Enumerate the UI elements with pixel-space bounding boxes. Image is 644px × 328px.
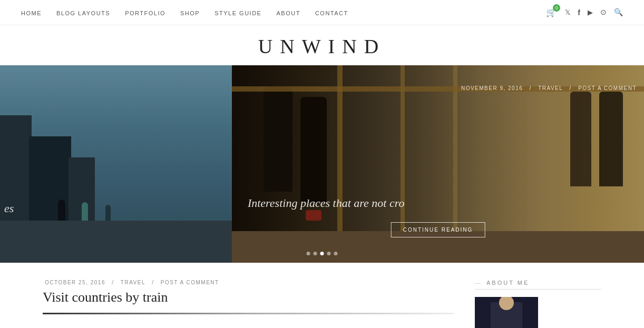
hero-slider: es NOVEMBER 9, 2016 / TRAV — [0, 65, 644, 263]
post-title: Visit countries by train — [43, 290, 454, 305]
slider-dot-3[interactable] — [320, 252, 324, 255]
post-sep1: / — [112, 280, 114, 285]
nav-home[interactable]: HOME — [21, 10, 42, 16]
post-sep2: / — [152, 280, 154, 285]
nav-right: 🛒 0 𝕏 f ▶ ⊙ 🔍 — [546, 7, 623, 17]
social-icons: 𝕏 f ▶ ⊙ 🔍 — [565, 8, 623, 17]
slider-dot-1[interactable] — [307, 252, 310, 255]
slide-2-category: TRAVEL — [538, 85, 563, 91]
twitter-icon[interactable]: 𝕏 — [565, 8, 570, 16]
slide-2: NOVEMBER 9, 2016 / TRAVEL / POST A COMME… — [232, 65, 644, 263]
slider-dots — [307, 252, 338, 255]
nav-blog-layouts[interactable]: BLOG LAYOUTS — [56, 10, 110, 16]
continue-reading-button[interactable]: CONTINUE READING — [391, 222, 485, 237]
sidebar-avatar — [475, 297, 538, 328]
post-comment-link[interactable]: POST A COMMENT — [161, 280, 219, 285]
nav-links: HOME BLOG LAYOUTS PORTFOLIO SHOP STYLE G… — [21, 8, 348, 17]
slide-1-bg — [0, 65, 232, 263]
slide-1-title-partial: es — [4, 202, 14, 215]
nav-portfolio[interactable]: PORTFOLIO — [125, 10, 165, 16]
slide-2-title: Interesting places that are not cro — [248, 196, 644, 210]
nav-style-guide[interactable]: STYLE GUIDE — [214, 10, 261, 16]
slide-2-date: NOVEMBER 9, 2016 — [461, 85, 523, 91]
main-nav: HOME BLOG LAYOUTS PORTFOLIO SHOP STYLE G… — [0, 0, 644, 25]
main-content: OCTOBER 25, 2016 / TRAVEL / POST A COMME… — [43, 280, 454, 328]
post-title-link[interactable]: Visit countries by train — [43, 290, 168, 305]
post-meta: OCTOBER 25, 2016 / TRAVEL / POST A COMME… — [43, 280, 454, 285]
cart-badge: 0 — [553, 4, 560, 12]
below-slider: OCTOBER 25, 2016 / TRAVEL / POST A COMME… — [32, 263, 612, 328]
slide-2-comment: POST A COMMENT — [578, 85, 637, 91]
slide-2-meta: NOVEMBER 9, 2016 / TRAVEL / POST A COMME… — [459, 85, 639, 91]
slide-1: es — [0, 65, 232, 263]
nav-about[interactable]: ABOUT — [276, 10, 300, 16]
cart-button[interactable]: 🛒 0 — [546, 7, 557, 17]
slider-dot-2[interactable] — [314, 252, 317, 255]
post-category[interactable]: TRAVEL — [121, 280, 145, 285]
nav-contact[interactable]: CONTACT — [315, 10, 348, 16]
search-icon[interactable]: 🔍 — [614, 8, 623, 17]
site-logo[interactable]: UNWIND — [0, 25, 644, 65]
post-date: OCTOBER 25, 2016 — [45, 280, 105, 285]
facebook-icon[interactable]: f — [578, 8, 580, 17]
sidebar: ABOUT ME — [475, 280, 601, 328]
slider-dot-4[interactable] — [327, 252, 331, 255]
slider-dot-5[interactable] — [334, 252, 338, 255]
post-divider — [43, 313, 454, 314]
github-icon[interactable]: ⊙ — [600, 8, 607, 17]
nav-shop[interactable]: SHOP — [180, 10, 200, 16]
youtube-icon[interactable]: ▶ — [588, 8, 593, 17]
sidebar-about-title: ABOUT ME — [475, 280, 601, 290]
